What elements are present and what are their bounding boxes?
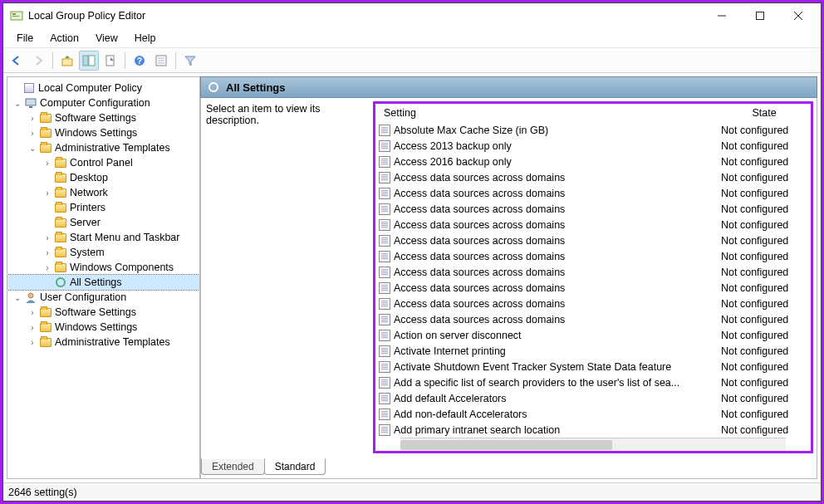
tree-comp-admin[interactable]: ⌄Administrative Templates: [7, 140, 199, 155]
folder-icon: [54, 216, 67, 229]
settings-list: Setting⌃ State Absolute Max Cache Size (…: [373, 101, 813, 453]
tree-server[interactable]: Server: [7, 215, 199, 230]
app-icon: [10, 9, 23, 22]
setting-state: Not configured: [718, 298, 811, 310]
tree-ctrl-panel[interactable]: ›Control Panel: [7, 155, 199, 170]
up-button[interactable]: [57, 51, 77, 71]
policy-item-icon: [379, 188, 390, 199]
list-item[interactable]: Absolute Max Cache Size (in GB)Not confi…: [375, 122, 811, 138]
list-item[interactable]: Add non-default AcceleratorsNot configur…: [375, 406, 811, 422]
policy-item-icon: [379, 156, 390, 168]
maximize-button[interactable]: [741, 3, 779, 28]
list-item[interactable]: Access 2016 backup onlyNot configured: [375, 154, 811, 169]
statusbar: 2646 setting(s): [3, 482, 821, 501]
help-button[interactable]: ?: [130, 51, 150, 71]
computer-icon: [24, 96, 37, 110]
forward-button[interactable]: [28, 51, 48, 71]
list-item[interactable]: Access data sources across domainsNot co…: [375, 217, 811, 232]
scrollbar-thumb[interactable]: [400, 440, 612, 450]
list-item[interactable]: Access data sources across domainsNot co…: [375, 169, 811, 185]
list-item[interactable]: Access data sources across domainsNot co…: [375, 280, 811, 296]
svg-point-19: [28, 293, 33, 298]
policy-item-icon: [379, 424, 390, 436]
tree-desktop[interactable]: Desktop: [7, 170, 199, 185]
tab-extended[interactable]: Extended: [201, 458, 265, 475]
setting-state: Not configured: [718, 409, 811, 420]
tree-root[interactable]: Local Computer Policy: [7, 81, 199, 95]
tree-printers[interactable]: Printers: [7, 200, 199, 215]
setting-name: Access data sources across domains: [394, 203, 565, 215]
content-pane: All Settings Select an item to view its …: [200, 76, 817, 479]
tree-system[interactable]: ›System: [7, 245, 199, 260]
list-item[interactable]: Activate Internet printingNot configured: [375, 343, 811, 359]
tree-startmenu[interactable]: ›Start Menu and Taskbar: [7, 230, 199, 245]
list-item[interactable]: Access data sources across domainsNot co…: [375, 232, 811, 248]
show-hide-tree-button[interactable]: [79, 51, 99, 71]
svg-rect-18: [29, 106, 32, 108]
list-item[interactable]: Access data sources across domainsNot co…: [375, 264, 811, 280]
list-item[interactable]: Access data sources across domainsNot co…: [375, 201, 811, 217]
tree-pane[interactable]: Local Computer Policy ⌄Computer Configur…: [7, 76, 200, 479]
setting-state: Not configured: [718, 219, 811, 231]
list-item[interactable]: Access data sources across domainsNot co…: [375, 311, 811, 327]
titlebar[interactable]: Local Group Policy Editor: [3, 3, 821, 28]
export-button[interactable]: [101, 51, 120, 71]
menu-file[interactable]: File: [8, 31, 42, 46]
column-state[interactable]: State: [718, 104, 811, 122]
setting-state: Not configured: [718, 361, 811, 373]
list-item[interactable]: Activate Shutdown Event Tracker System S…: [375, 359, 811, 374]
policy-item-icon: [379, 298, 390, 310]
setting-name: Access data sources across domains: [394, 219, 565, 231]
tree-user-admin[interactable]: ›Administrative Templates: [7, 335, 199, 350]
filter-button[interactable]: [180, 51, 200, 71]
setting-name: Access 2013 backup only: [394, 140, 512, 152]
policy-item-icon: [379, 267, 390, 278]
tree-comp-win[interactable]: ›Windows Settings: [7, 125, 199, 140]
settings-icon: [54, 276, 67, 289]
setting-state: Not configured: [718, 125, 811, 136]
sort-indicator-icon: ⌃: [384, 109, 390, 117]
column-setting[interactable]: Setting⌃: [375, 104, 718, 122]
menu-help[interactable]: Help: [126, 31, 164, 46]
horizontal-scrollbar[interactable]: [400, 438, 786, 451]
content-header: All Settings: [200, 76, 817, 98]
list-body[interactable]: Absolute Max Cache Size (in GB)Not confi…: [375, 122, 811, 438]
tab-standard[interactable]: Standard: [264, 458, 326, 475]
list-item[interactable]: Add a specific list of search providers …: [375, 374, 811, 390]
folder-icon: [54, 201, 67, 214]
content-title: All Settings: [226, 81, 286, 94]
folder-icon: [39, 321, 52, 334]
policy-item-icon: [379, 330, 390, 341]
policy-item-icon: [379, 219, 390, 231]
setting-name: Access data sources across domains: [394, 298, 565, 310]
list-item[interactable]: Add default AcceleratorsNot configured: [375, 390, 811, 406]
minimize-button[interactable]: [703, 3, 741, 28]
tree-network[interactable]: ›Network: [7, 185, 199, 200]
setting-state: Not configured: [718, 172, 811, 183]
list-item[interactable]: Access data sources across domainsNot co…: [375, 248, 811, 264]
tree-user-soft[interactable]: ›Software Settings: [7, 305, 199, 320]
tree-all-settings[interactable]: All Settings: [7, 275, 199, 290]
menu-view[interactable]: View: [87, 31, 126, 46]
list-item[interactable]: Access data sources across domainsNot co…: [375, 185, 811, 201]
policy-item-icon: [379, 251, 390, 262]
folder-icon: [39, 306, 52, 319]
tree-user-win[interactable]: ›Windows Settings: [7, 320, 199, 335]
folder-icon: [39, 141, 52, 154]
list-item[interactable]: Access data sources across domainsNot co…: [375, 296, 811, 311]
properties-button[interactable]: [151, 51, 171, 71]
tree-comp-config[interactable]: ⌄Computer Configuration: [7, 95, 199, 110]
tree-wincomp[interactable]: ›Windows Components: [7, 260, 199, 275]
list-item[interactable]: Add primary intranet search locationNot …: [375, 422, 811, 438]
main-area: Local Computer Policy ⌄Computer Configur…: [3, 73, 821, 482]
tree-comp-soft[interactable]: ›Software Settings: [7, 110, 199, 125]
list-item[interactable]: Action on server disconnectNot configure…: [375, 327, 811, 343]
policy-item-icon: [379, 282, 390, 294]
menu-action[interactable]: Action: [42, 31, 87, 46]
setting-name: Access data sources across domains: [394, 251, 565, 262]
list-item[interactable]: Access 2013 backup onlyNot configured: [375, 138, 811, 154]
tree-user-config[interactable]: ⌄User Configuration: [7, 290, 199, 305]
back-button[interactable]: [7, 51, 27, 71]
close-button[interactable]: [779, 3, 817, 28]
policy-item-icon: [379, 409, 390, 420]
